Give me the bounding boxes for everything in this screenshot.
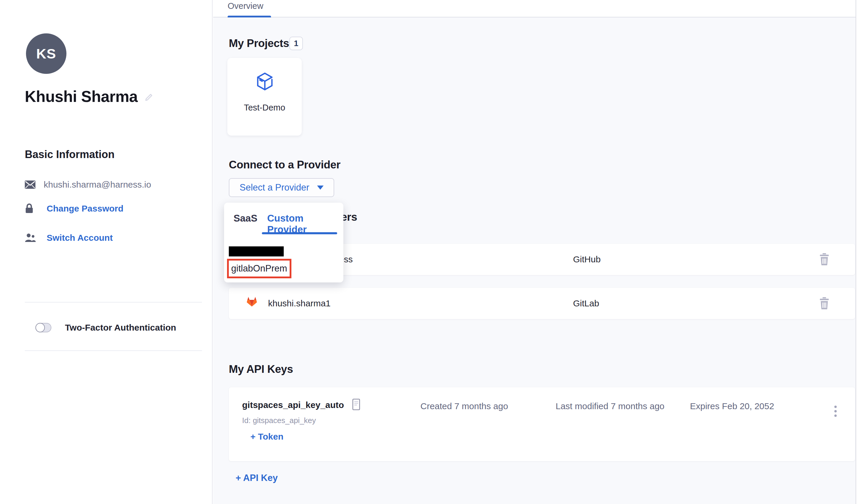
change-password-link[interactable]: Change Password: [46, 203, 123, 214]
project-cube-icon: [257, 72, 273, 92]
my-api-keys-title: My API Keys: [229, 363, 293, 375]
api-key-row: gitspaces_api_key_auto Created 7 months …: [229, 387, 855, 461]
select-provider-button[interactable]: Select a Provider: [229, 178, 334, 197]
toggle-knob: [35, 323, 45, 332]
connect-provider-title: Connect to a Provider: [229, 159, 340, 171]
sidebar-divider-bottom: [25, 350, 202, 351]
annotation-highlight-box: gitlabOnPrem: [227, 259, 291, 278]
providers-heading-fragment: ers: [341, 211, 357, 223]
api-key-menu-icon[interactable]: [833, 404, 838, 418]
provider-account: khushi.sharma1: [268, 288, 331, 319]
delete-provider-icon[interactable]: [819, 253, 830, 266]
delete-provider-icon[interactable]: [819, 297, 830, 311]
provider-type-label: GitHub: [573, 244, 600, 275]
dropdown-tab-custom-provider[interactable]: Custom Provider: [267, 213, 343, 235]
api-key-id: Id: gitspaces_api_key: [242, 416, 316, 425]
scrollbar-gutter: [856, 0, 868, 504]
project-name: Test-Demo: [227, 103, 302, 113]
provider-row-gitlab: khushi.sharma1 GitLab: [229, 288, 855, 319]
api-key-created: Created 7 months ago: [421, 401, 508, 411]
select-provider-dropdown: SaaS Custom Provider gitlabOnPrem: [224, 203, 343, 282]
projects-count-badge: 1: [289, 37, 303, 50]
dropdown-tab-saas[interactable]: SaaS: [234, 213, 257, 224]
active-tab-underline: [228, 16, 271, 18]
email-icon: [25, 181, 37, 189]
change-password-row[interactable]: Change Password: [25, 203, 123, 214]
profile-sidebar: KS Khushi Sharma Basic Information khush…: [0, 0, 213, 504]
api-key-modified: Last modified 7 months ago: [556, 401, 664, 411]
add-api-key-link[interactable]: + API Key: [236, 473, 278, 483]
select-provider-label: Select a Provider: [239, 182, 309, 193]
basic-information-title: Basic Information: [25, 148, 115, 161]
project-card-test-demo[interactable]: Test-Demo: [227, 58, 302, 135]
two-factor-row: Two-Factor Authentication: [35, 323, 176, 333]
provider-type-label: GitLab: [573, 288, 599, 319]
my-projects-title: My Projects: [229, 37, 289, 50]
user-name: Khushi Sharma: [25, 88, 137, 105]
tab-overview[interactable]: Overview: [228, 1, 264, 11]
switch-account-row[interactable]: Switch Account: [25, 233, 113, 243]
dropdown-active-tab-underline: [262, 232, 337, 234]
avatar: KS: [26, 33, 66, 74]
chevron-down-icon: [317, 185, 323, 190]
tab-bar: Overview: [213, 0, 856, 18]
sidebar-divider-top: [25, 302, 202, 303]
email-row: khushi.sharma@harness.io: [25, 180, 151, 190]
gitlab-logo-icon: [246, 296, 258, 309]
api-key-expires: Expires Feb 20, 2052: [690, 401, 774, 411]
add-token-link[interactable]: + Token: [250, 432, 283, 442]
dropdown-item-gitlabonprem[interactable]: gitlabOnPrem: [229, 263, 287, 274]
lock-icon: [25, 203, 37, 214]
user-email: khushi.sharma@harness.io: [44, 180, 151, 190]
copy-key-icon[interactable]: [352, 399, 361, 412]
redacted-provider-item[interactable]: [229, 246, 284, 256]
switch-account-icon: [25, 233, 37, 243]
edit-name-icon[interactable]: [144, 91, 154, 102]
two-factor-toggle[interactable]: [35, 323, 51, 332]
switch-account-link[interactable]: Switch Account: [46, 233, 113, 243]
api-key-name: gitspaces_api_key_auto: [242, 400, 344, 410]
two-factor-label: Two-Factor Authentication: [65, 323, 176, 333]
